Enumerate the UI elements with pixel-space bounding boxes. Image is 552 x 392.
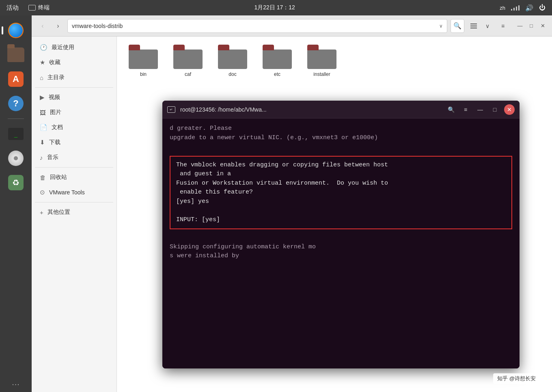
- dock-item-firefox[interactable]: [5, 19, 27, 41]
- recycle-icon: ♻: [8, 175, 24, 190]
- music-icon: ♪: [40, 154, 43, 161]
- sidebar-item-pictures[interactable]: 🖼 图片: [33, 105, 115, 120]
- home-icon: ⌂: [40, 74, 43, 81]
- term-line-2: upgrade to a newer virtual NIC. (e.g., v…: [170, 134, 512, 143]
- power-icon[interactable]: ⏻: [539, 4, 546, 11]
- firefox-icon: [8, 23, 24, 38]
- sidebar-item-recent[interactable]: 🕐 最近使用: [33, 40, 115, 55]
- search-button[interactable]: 🔍: [451, 19, 464, 33]
- term-close-button[interactable]: ✕: [504, 104, 515, 115]
- help-icon: ?: [8, 96, 24, 111]
- vmware-icon: ⊙: [40, 189, 45, 196]
- fm-sidebar: 🕐 最近使用 ★ 收藏 ⌂ 主目录 ▶ 视频 🖼 图片 📄 文档: [32, 37, 117, 392]
- sidebar-item-label-trash: 回收站: [50, 174, 67, 181]
- term-line-3: The vmblock enables dragging or copying …: [176, 161, 506, 170]
- forward-button[interactable]: ›: [52, 20, 64, 32]
- term-line-10: s were installed by: [170, 252, 512, 261]
- sidebar-item-other[interactable]: + 其他位置: [33, 205, 115, 220]
- path-bar[interactable]: vmware-tools-distrib ∨: [67, 19, 447, 33]
- files-icon: [7, 47, 24, 62]
- terminal-topbar-icon: [28, 5, 36, 11]
- terminal-topbar-label: 终端: [38, 4, 50, 11]
- folder-doc[interactable]: doc: [214, 45, 251, 77]
- fm-menu-button[interactable]: ≡: [497, 20, 509, 32]
- search-icon: 🔍: [453, 22, 461, 30]
- sidebar-item-videos[interactable]: ▶ 视频: [33, 90, 115, 105]
- sidebar-separator-3: [35, 202, 113, 202]
- topbar-left: 活动 终端: [6, 4, 50, 12]
- videos-icon: ▶: [40, 94, 45, 101]
- back-button[interactable]: ‹: [37, 20, 49, 32]
- term-content: d greater. Please upgrade to a newer vir…: [162, 118, 520, 368]
- appstore-icon: A: [8, 71, 24, 87]
- topbar-right: zh 🔊 ⏻: [500, 4, 546, 12]
- sidebar-item-music[interactable]: ♪ 音乐: [33, 150, 115, 165]
- sidebar-item-downloads[interactable]: ⬇ 下载: [33, 135, 115, 150]
- dock-more-apps[interactable]: ...: [12, 378, 20, 387]
- downloads-icon: ⬇: [40, 139, 45, 146]
- folder-etc[interactable]: etc: [259, 45, 295, 77]
- sidebar-item-home[interactable]: ⌂ 主目录: [33, 70, 115, 85]
- folder-etc-label: etc: [274, 71, 280, 77]
- other-locations-icon: +: [40, 209, 43, 216]
- term-menu-button[interactable]: ≡: [460, 104, 471, 115]
- folder-bin-icon: [129, 45, 158, 69]
- fm-close-button[interactable]: ✕: [538, 22, 547, 30]
- path-dropdown-icon[interactable]: ∨: [439, 23, 443, 29]
- network-icon: [511, 5, 520, 11]
- terminal-dock-icon: _: [8, 128, 24, 140]
- topbar: 活动 终端 1月22日 17：12 zh 🔊 ⏻: [0, 0, 552, 15]
- term-line-5: Fusion or Workstation virtual environmen…: [176, 179, 506, 188]
- term-line-1: d greater. Please: [170, 124, 512, 134]
- fm-maximize-button[interactable]: □: [527, 22, 536, 30]
- term-titlebar: ↵ root@123456: /home/abc/VMwa... 🔍 ≡ — □…: [162, 101, 520, 118]
- term-line-8: INPUT: [yes]: [176, 215, 506, 225]
- sidebar-separator-1: [35, 87, 113, 88]
- dock-item-files[interactable]: [5, 44, 27, 66]
- sidebar-item-label-recent: 最近使用: [52, 44, 74, 51]
- dock-item-terminal[interactable]: _: [5, 123, 27, 145]
- dock-separator: [8, 118, 24, 119]
- term-icon-glyph: ↵: [170, 108, 173, 112]
- term-maximize-button[interactable]: □: [489, 104, 500, 115]
- sidebar-item-favorites[interactable]: ★ 收藏: [33, 55, 115, 70]
- sidebar-item-vmware[interactable]: ⊙ VMware Tools: [33, 185, 115, 200]
- view-dropdown-button[interactable]: ∨: [481, 20, 494, 32]
- term-line-blank-2: [176, 206, 506, 215]
- activity-label[interactable]: 活动: [6, 4, 19, 12]
- term-minimize-button[interactable]: —: [475, 104, 485, 115]
- documents-icon: 📄: [40, 124, 47, 131]
- dock: A ? _ ♻ ...: [0, 15, 32, 392]
- view-controls: ∨: [468, 20, 494, 32]
- datetime-label: 1月22日 17：12: [254, 4, 295, 11]
- term-search-button[interactable]: 🔍: [446, 104, 456, 115]
- view-list-button[interactable]: [468, 20, 480, 32]
- dock-item-cd[interactable]: [5, 147, 27, 169]
- term-search-icon: 🔍: [448, 106, 455, 113]
- dock-item-appstore[interactable]: A: [5, 68, 27, 90]
- svg-rect-2: [470, 28, 477, 28]
- folder-bin-label: bin: [140, 71, 147, 77]
- dock-item-help[interactable]: ?: [5, 93, 27, 114]
- folder-installer-icon: [307, 45, 336, 69]
- folder-etc-icon: [263, 45, 292, 69]
- trash-icon: 🗑: [40, 174, 46, 181]
- cd-icon: [8, 151, 24, 166]
- list-view-icon: [470, 23, 477, 29]
- recent-icon: 🕐: [40, 44, 47, 51]
- fm-minimize-button[interactable]: —: [515, 22, 524, 30]
- folder-caf[interactable]: caf: [170, 45, 206, 77]
- folder-doc-icon: [218, 45, 247, 69]
- sidebar-item-label-music: 音乐: [47, 154, 58, 161]
- sidebar-item-trash[interactable]: 🗑 回收站: [33, 170, 115, 185]
- sidebar-item-documents[interactable]: 📄 文档: [33, 120, 115, 135]
- term-menu-icon: ≡: [464, 106, 467, 113]
- dock-item-recycle[interactable]: ♻: [5, 172, 27, 194]
- folder-installer[interactable]: installer: [304, 45, 340, 77]
- term-line-6: enable this feature?: [176, 188, 506, 197]
- sidebar-item-label-downloads: 下载: [49, 139, 60, 146]
- folder-bin[interactable]: bin: [125, 45, 162, 77]
- sidebar-item-label-other: 其他位置: [47, 209, 70, 216]
- term-highlight-box: The vmblock enables dragging or copying …: [170, 156, 512, 230]
- fm-window-buttons: — □ ✕: [515, 22, 547, 30]
